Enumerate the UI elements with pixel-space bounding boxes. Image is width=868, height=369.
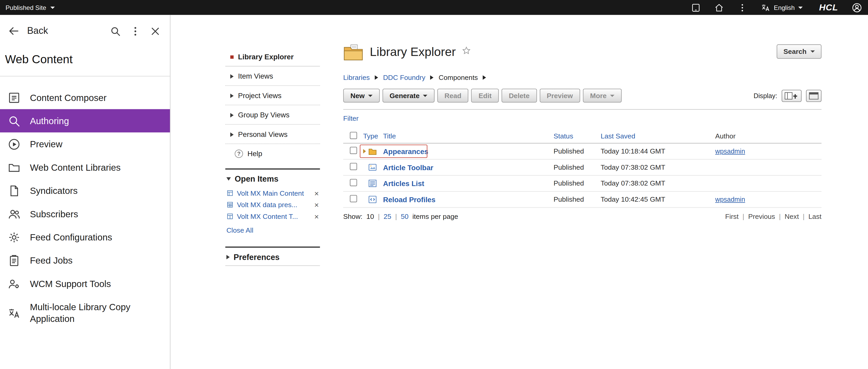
nav-item-library-explorer[interactable]: Library Explorer <box>225 47 320 67</box>
sidebar-item-feed-configurations[interactable]: Feed Configurations <box>0 226 170 249</box>
page-size-link[interactable]: 50 <box>401 213 408 221</box>
open-items-header[interactable]: Open Items <box>225 170 320 187</box>
button-label: Generate <box>390 92 420 99</box>
breadcrumb-link-library[interactable]: DDC Foundry <box>383 74 426 82</box>
row-checkbox[interactable] <box>350 179 357 186</box>
item-link[interactable]: Appearances <box>383 147 428 155</box>
column-header-type[interactable]: Type <box>363 132 383 140</box>
chevron-down-icon <box>423 94 427 97</box>
row-checkbox[interactable] <box>350 147 357 154</box>
kebab-menu-icon[interactable] <box>737 3 747 12</box>
select-all-checkbox[interactable] <box>350 132 357 139</box>
separator: | <box>395 213 397 221</box>
column-header-status[interactable]: Status <box>554 132 601 140</box>
divider <box>343 109 822 110</box>
button-label: New <box>350 92 365 99</box>
breadcrumb-link-libraries[interactable]: Libraries <box>343 74 370 82</box>
item-link[interactable]: Articles List <box>383 179 424 188</box>
button-label: Read <box>444 92 461 99</box>
kebab-menu-icon[interactable] <box>130 25 141 37</box>
button-label: Delete <box>509 92 529 99</box>
chevron-right-icon <box>230 93 234 98</box>
chevron-right-icon <box>430 75 434 80</box>
nav-item-help[interactable]: ? Help <box>225 144 320 163</box>
site-switcher[interactable]: Published Site <box>5 4 54 11</box>
open-item-link[interactable]: Volt MX Main Content <box>237 189 304 197</box>
read-button[interactable]: Read <box>437 89 469 102</box>
author-link[interactable]: wpsadmin <box>715 147 745 155</box>
preview-button[interactable]: Preview <box>540 89 580 102</box>
sidebar: Back Web Content Content Composer <box>0 15 170 369</box>
sidebar-item-web-content-libraries[interactable]: Web Content Libraries <box>0 156 170 179</box>
page-size-link[interactable]: 25 <box>383 213 391 221</box>
chevron-right-icon <box>226 255 230 259</box>
close-icon[interactable]: × <box>314 189 319 197</box>
author-link[interactable]: wpsadmin <box>715 196 745 204</box>
split-view-button[interactable] <box>782 90 802 102</box>
row-checkbox[interactable] <box>350 163 357 170</box>
close-icon[interactable] <box>149 25 161 37</box>
table-row: Articles List Published Today 07:38:02 G… <box>343 176 822 192</box>
folder-icon <box>7 160 21 174</box>
single-view-button[interactable] <box>806 90 822 102</box>
next-page-link[interactable]: Next <box>785 213 799 221</box>
last-page-link[interactable]: Last <box>808 213 822 221</box>
expand-icon[interactable] <box>363 149 366 154</box>
filter-link[interactable]: Filter <box>343 110 359 127</box>
row-checkbox[interactable] <box>350 195 357 202</box>
sidebar-item-authoring[interactable]: Authoring <box>0 109 170 132</box>
column-header-last-saved[interactable]: Last Saved <box>600 132 715 140</box>
translate-icon <box>7 306 21 320</box>
pager: First | Previous | Next | Last <box>725 213 822 221</box>
previous-page-link[interactable]: Previous <box>748 213 775 221</box>
account-icon[interactable] <box>851 2 863 13</box>
nav-item-item-views[interactable]: Item Views <box>225 66 320 86</box>
back-button[interactable]: Back <box>8 25 101 37</box>
star-icon[interactable] <box>462 46 471 55</box>
home-icon[interactable] <box>714 3 724 12</box>
new-button[interactable]: New <box>343 89 380 102</box>
nav-item-group-by-views[interactable]: Group By Views <box>225 105 320 125</box>
image-component-icon <box>368 163 377 172</box>
tablet-icon[interactable] <box>691 3 701 12</box>
item-link[interactable]: Article Toolbar <box>383 163 433 172</box>
search-button[interactable]: Search <box>777 44 822 59</box>
clipboard-icon <box>7 253 21 267</box>
sidebar-item-preview[interactable]: Preview <box>0 132 170 156</box>
close-icon[interactable]: × <box>314 201 319 209</box>
last-saved-text: Today 10:18:44 GMT <box>600 147 715 155</box>
app-root: Published Site English HCL <box>0 0 868 369</box>
section-divider <box>225 266 320 266</box>
generate-button[interactable]: Generate <box>382 89 435 102</box>
back-label: Back <box>27 26 48 37</box>
close-all-link[interactable]: Close All <box>225 222 320 241</box>
table-row: Appearances Published Today 10:18:44 GMT… <box>343 143 822 159</box>
open-item-link[interactable]: Volt MX data pres... <box>237 201 298 209</box>
sidebar-item-feed-jobs[interactable]: Feed Jobs <box>0 249 170 272</box>
preferences-header[interactable]: Preferences <box>225 248 320 266</box>
delete-button[interactable]: Delete <box>502 89 537 102</box>
sidebar-item-subscribers[interactable]: Subscribers <box>0 202 170 225</box>
sidebar-item-wcm-support-tools[interactable]: WCM Support Tools <box>0 272 170 295</box>
nav-item-personal-views[interactable]: Personal Views <box>225 125 320 144</box>
more-button[interactable]: More <box>583 89 622 102</box>
sidebar-item-label: Preview <box>30 139 62 150</box>
edit-button[interactable]: Edit <box>471 89 499 102</box>
nav-item-label: Help <box>247 150 262 158</box>
sidebar-item-syndicators[interactable]: Syndicators <box>0 179 170 202</box>
first-page-link[interactable]: First <box>725 213 739 221</box>
last-saved-text: Today 07:38:02 GMT <box>600 163 715 171</box>
sidebar-item-content-composer[interactable]: Content Composer <box>0 86 170 109</box>
folder-icon <box>343 43 364 61</box>
item-link[interactable]: Reload Profiles <box>383 195 435 204</box>
language-selector[interactable]: English <box>761 3 802 12</box>
authoring-icon <box>7 114 21 128</box>
column-header-title[interactable]: Title <box>383 132 553 140</box>
chevron-right-icon <box>483 75 486 80</box>
search-icon[interactable] <box>110 25 121 37</box>
sidebar-item-multi-locale-library-copy[interactable]: Multi-locale Library Copy Application <box>0 295 170 331</box>
nav-item-project-views[interactable]: Project Views <box>225 86 320 105</box>
open-item-link[interactable]: Volt MX Content T... <box>237 213 298 220</box>
chevron-right-icon <box>230 113 234 117</box>
close-icon[interactable]: × <box>314 213 319 220</box>
